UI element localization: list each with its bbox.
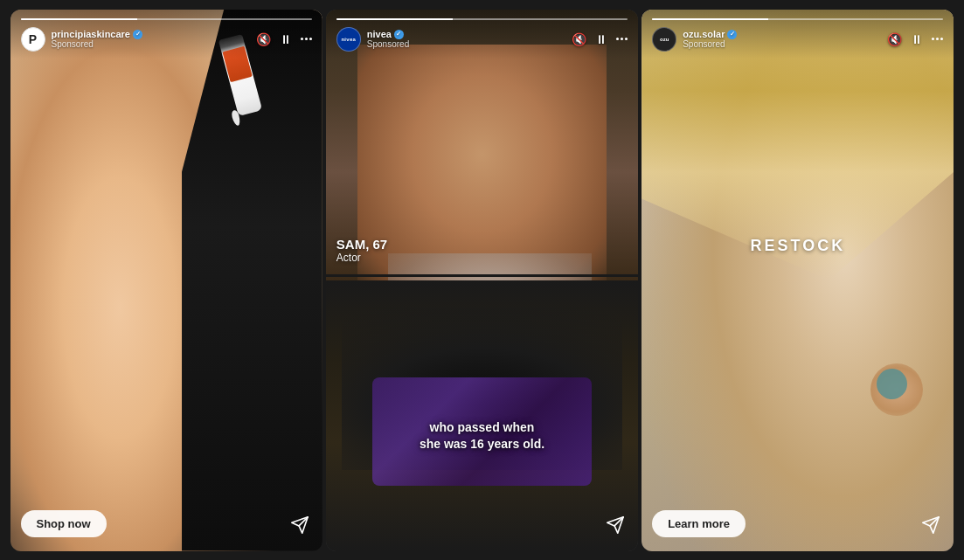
story-3-controls: 🔇 ⏸ [887,32,943,46]
story-2-cta-area [326,513,638,551]
story-2-face [357,45,607,288]
story-header-row: P principiaskincare ✓ Sponsored 🔇 ⏸ [21,27,312,52]
avatar: P [21,27,45,52]
restock-overlay: RESTOCK [642,237,954,255]
story-2-header: nivea nivea ✓ Sponsored 🔇 ⏸ [326,10,638,59]
progress-segment-3 [652,18,943,20]
verified-icon: ✓ [133,30,142,39]
shop-now-button[interactable]: Shop now [21,510,107,537]
verified-icon-2: ✓ [394,30,404,39]
story-3-user: ozu ozu.solar ✓ Sponsored [652,27,737,52]
story-3-username: ozu.solar ✓ [683,29,737,39]
more-icon-2[interactable] [616,38,628,40]
ozu-logo: ozu [660,37,669,42]
sam-name: SAM, 67 [336,237,387,252]
sam-name-overlay: SAM, 67 Actor [336,237,387,264]
pause-icon-2[interactable]: ⏸ [595,32,607,46]
story-3-cta-area: Learn more [642,510,954,551]
story-user: P principiaskincare ✓ Sponsored [21,27,143,52]
story-2-header-row: nivea nivea ✓ Sponsored 🔇 ⏸ [336,27,628,52]
progress-bar-row-3 [652,18,943,20]
story-2-controls: 🔇 ⏸ [572,32,628,46]
avatar: nivea [336,27,361,52]
story-sponsored: Sponsored [52,39,143,49]
story-2-user: nivea nivea ✓ Sponsored [336,27,409,52]
restock-text: RESTOCK [750,237,845,254]
progress-bar-row [21,18,312,20]
pause-icon-3[interactable]: ⏸ [911,32,923,46]
dm-icon[interactable] [288,513,312,537]
learn-more-button[interactable]: Learn more [652,510,746,537]
avatar-letter: P [29,32,37,46]
story-3-sponsored: Sponsored [683,39,737,49]
story-meta: principiaskincare ✓ Sponsored [52,29,143,49]
story-ozu: ozu ozu.solar ✓ Sponsored 🔇 ⏸ [642,10,954,551]
avatar-ozu: ozu [652,27,676,52]
story-3-tool [877,369,907,399]
more-icon-3[interactable] [932,38,943,40]
story-controls: 🔇 ⏸ [256,32,312,46]
subtitle-text: who passed whenshe was 16 years old. [420,420,544,452]
dm-icon-2[interactable] [603,513,628,537]
mute-icon[interactable]: 🔇 [256,32,271,46]
more-icon[interactable] [301,38,312,40]
subtitle-overlay: who passed whenshe was 16 years old. [326,419,638,453]
mute-icon-3[interactable]: 🔇 [887,32,902,46]
progress-segment-2 [336,18,628,20]
story-2-username: nivea ✓ [367,29,409,39]
nivea-logo: nivea [341,37,356,42]
story-1-cta-area: Shop now [10,510,322,551]
story-2-divider [326,274,638,277]
sam-role: Actor [336,252,387,264]
story-2-meta: nivea ✓ Sponsored [367,29,409,49]
story-1-header: P principiaskincare ✓ Sponsored 🔇 ⏸ [10,10,322,59]
stories-container: P principiaskincare ✓ Sponsored 🔇 ⏸ [10,10,954,551]
story-username: principiaskincare ✓ [52,29,143,39]
dm-icon-3[interactable] [919,513,943,537]
story-3-meta: ozu.solar ✓ Sponsored [683,29,737,49]
pause-icon[interactable]: ⏸ [280,32,292,46]
story-3-header: ozu ozu.solar ✓ Sponsored 🔇 ⏸ [642,10,954,59]
verified-icon-3: ✓ [727,30,737,39]
mute-icon-2[interactable]: 🔇 [572,32,586,46]
story-nivea: nivea nivea ✓ Sponsored 🔇 ⏸ [326,10,638,551]
story-3-header-row: ozu ozu.solar ✓ Sponsored 🔇 ⏸ [652,27,943,52]
story-2-sponsored: Sponsored [367,39,409,49]
story-principia: P principiaskincare ✓ Sponsored 🔇 ⏸ [10,10,322,551]
progress-segment-1 [21,18,312,20]
progress-bar-row-2 [336,18,628,20]
